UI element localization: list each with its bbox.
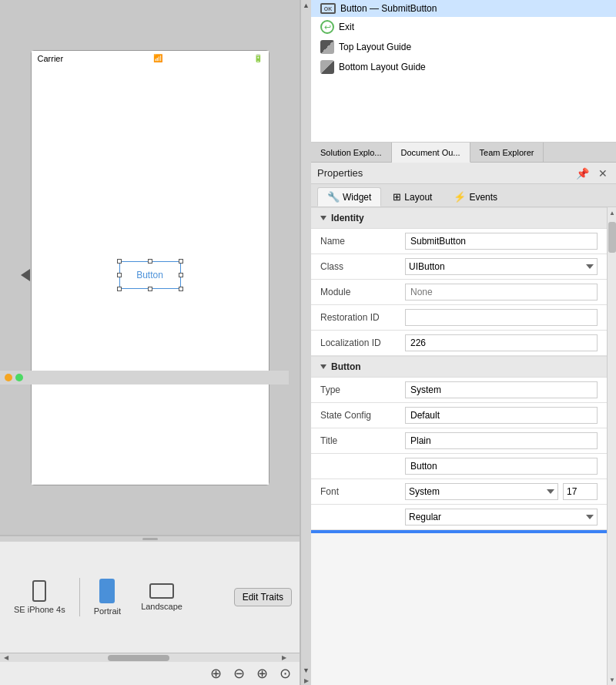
landscape-device-icon	[149, 583, 174, 599]
handle-tr[interactable]	[179, 259, 183, 264]
properties-close-btn[interactable]: ✕	[596, 167, 610, 180]
scroll-up-btn[interactable]: ▲	[608, 207, 616, 218]
outline-item-bottom-label: Bottom Layout Guide	[339, 62, 426, 72]
identity-section-header[interactable]: Identity	[311, 207, 607, 229]
outline-item-exit-label: Exit	[339, 22, 354, 32]
bottom-layout-icon	[320, 60, 334, 74]
device-se-iphone[interactable]: SE iPhone 4s	[8, 577, 72, 617]
title-plain-input[interactable]	[405, 432, 598, 449]
scroll-right-arrow[interactable]: ▶	[280, 653, 289, 663]
tab-team-explorer[interactable]: Team Explorer	[470, 143, 544, 162]
se-phone-icon	[32, 580, 46, 602]
prop-row-type: Type	[311, 378, 607, 403]
button-section-header[interactable]: Button	[311, 356, 607, 378]
portrait-label: Portrait	[94, 606, 121, 616]
carrier-label: Carrier	[38, 54, 64, 63]
name-input[interactable]	[405, 233, 598, 250]
outline-item-exit[interactable]: ↩ Exit	[311, 17, 616, 37]
portrait-phone-icon	[99, 579, 115, 603]
tab-document-outline[interactable]: Document Ou...	[392, 143, 470, 163]
type-input[interactable]	[405, 381, 598, 398]
battery-icon: 🔋	[253, 54, 263, 62]
right-scrollbar[interactable]: ▲ ▼	[607, 207, 616, 685]
font-style-select[interactable]: Regular	[405, 509, 598, 526]
phone-container: Carrier 📶 🔋 Bu	[0, 0, 300, 535]
top-layout-icon	[320, 40, 334, 54]
v-scrollbar[interactable]: ▲ ▼ ▶	[300, 0, 311, 685]
right-panel: OK Button — SubmitButton ↩ Exit Top Layo…	[311, 0, 616, 685]
se-iphone-icon	[32, 580, 46, 602]
identity-label: Identity	[331, 213, 364, 223]
module-input[interactable]	[405, 284, 598, 301]
handle-mr[interactable]	[179, 273, 183, 277]
v-scroll-down[interactable]: ▼	[301, 665, 312, 676]
prop-row-class: Class UIButton	[311, 254, 607, 280]
selected-button-element[interactable]: Button	[119, 261, 181, 289]
font-family-select[interactable]: System	[405, 483, 558, 500]
edit-traits-button[interactable]: Edit Traits	[234, 588, 292, 606]
tab-solution-explorer[interactable]: Solution Explo...	[311, 143, 392, 162]
landscape-label: Landscape	[141, 602, 182, 611]
font-size-input[interactable]	[563, 483, 598, 500]
scroll-left-arrow[interactable]: ◀	[2, 653, 11, 663]
status-dot-1	[5, 374, 12, 381]
properties-controls: 📌 ✕	[574, 167, 610, 180]
doc-outline: OK Button — SubmitButton ↩ Exit Top Layo…	[311, 0, 616, 143]
scroll-thumb[interactable]	[608, 222, 616, 253]
handle-tl[interactable]	[117, 259, 122, 264]
localization-value	[405, 334, 598, 351]
state-config-input[interactable]	[405, 407, 598, 424]
name-value	[405, 233, 598, 250]
tab-layout[interactable]: ⊞ Layout	[383, 187, 442, 207]
button-collapse-icon	[320, 364, 326, 369]
status-dot-2	[15, 374, 23, 381]
outline-item-button-label: Button — SubmitButton	[340, 3, 437, 14]
button-display: Button	[119, 261, 181, 289]
outline-item-button-submit[interactable]: OK Button — SubmitButton	[311, 0, 616, 17]
title-value-input[interactable]	[405, 458, 598, 475]
scroll-thumb-h[interactable]	[108, 655, 169, 661]
font-row-inline: System	[405, 483, 598, 500]
restoration-input[interactable]	[405, 309, 598, 326]
handle-bm[interactable]	[148, 287, 152, 291]
button-section-label: Button	[331, 361, 361, 372]
class-select[interactable]: UIButton	[405, 258, 598, 275]
zoom-in-btn[interactable]: ⊕	[253, 665, 270, 682]
device-separator	[79, 578, 80, 616]
resize-indicator	[142, 538, 158, 540]
events-icon: ⚡	[454, 191, 466, 203]
zoom-reset-btn[interactable]: ⊙	[276, 665, 293, 682]
se-iphone-label: SE iPhone 4s	[14, 605, 65, 614]
prop-content: Identity Name Class UIButton	[311, 207, 607, 685]
properties-header: Properties 📌 ✕	[311, 163, 616, 184]
title-value-field	[405, 458, 598, 475]
handle-tm[interactable]	[148, 259, 152, 264]
v-scroll-resize[interactable]: ▶	[302, 676, 311, 685]
prop-content-wrapper: Identity Name Class UIButton	[311, 207, 616, 685]
device-selector: SE iPhone 4s Portrait Landscape Edit Tra…	[0, 542, 300, 653]
handle-bl[interactable]	[117, 287, 122, 291]
handle-br[interactable]	[179, 287, 183, 291]
bottom-toolbar: SE iPhone 4s Portrait Landscape Edit Tra…	[0, 535, 300, 685]
tab-events[interactable]: ⚡ Events	[444, 187, 507, 207]
device-portrait[interactable]: Portrait	[88, 576, 127, 619]
handle-ml[interactable]	[117, 273, 122, 277]
zoom-controls: ⊕ ⊖ ⊕ ⊙	[0, 662, 300, 685]
resize-handle[interactable]	[0, 536, 300, 542]
h-scrollbar[interactable]: ◀ ▶	[0, 653, 300, 662]
module-label: Module	[320, 287, 405, 297]
localization-input[interactable]	[405, 334, 598, 351]
device-landscape[interactable]: Landscape	[135, 580, 189, 614]
zoom-fit-btn[interactable]: ⊕	[207, 665, 224, 682]
properties-pin-btn[interactable]: 📌	[574, 167, 591, 180]
name-label: Name	[320, 236, 405, 247]
wifi-icon: 📶	[153, 54, 162, 62]
simulator-status-bar	[0, 371, 289, 384]
outline-item-bottom-layout[interactable]: Bottom Layout Guide	[311, 57, 616, 77]
v-scroll-up[interactable]: ▲	[301, 0, 312, 11]
zoom-out-btn[interactable]: ⊖	[230, 665, 247, 682]
scroll-down-btn[interactable]: ▼	[608, 674, 616, 685]
restoration-label: Restoration ID	[320, 312, 405, 323]
tab-widget[interactable]: 🔧 Widget	[317, 187, 381, 207]
outline-item-top-layout[interactable]: Top Layout Guide	[311, 37, 616, 57]
